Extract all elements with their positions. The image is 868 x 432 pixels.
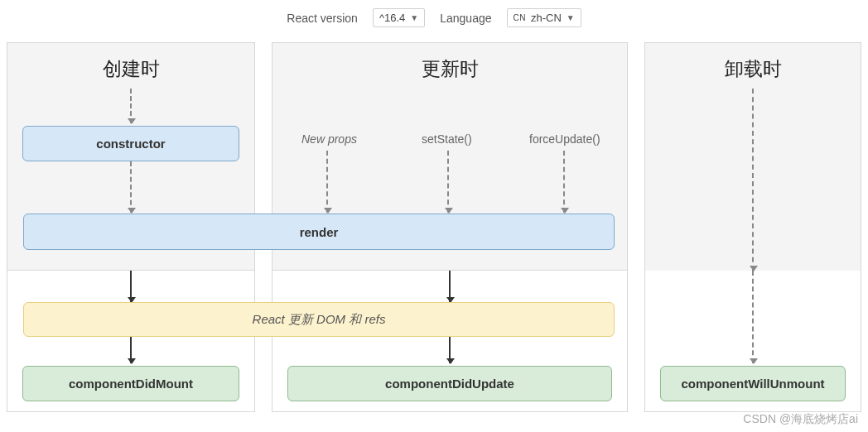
trigger-set-state: setState() (422, 132, 472, 146)
arrow-dashed-icon (563, 151, 565, 213)
unmount-title: 卸载时 (645, 43, 861, 82)
commit-phase-box: React 更新 DOM 和 refs (23, 302, 615, 337)
arrow-solid-icon (449, 271, 451, 302)
did-mount-label: componentDidMount (69, 377, 193, 391)
did-update-box[interactable]: componentDidUpdate (287, 366, 612, 401)
will-unmount-box[interactable]: componentWillUnmount (660, 366, 846, 401)
react-version-label: React version (287, 12, 358, 25)
mount-title: 创建时 (7, 43, 254, 82)
constructor-box[interactable]: constructor (22, 126, 239, 161)
trigger-new-props: New props (301, 132, 357, 146)
arrow-dashed-icon (752, 89, 754, 271)
react-version-value: ^16.4 (379, 12, 405, 24)
language-label: Language (440, 12, 491, 25)
mount-lower: componentDidMount (7, 271, 254, 411)
language-value: zh-CN (531, 12, 562, 24)
arrow-dashed-icon (326, 151, 328, 213)
react-version-select[interactable]: ^16.4 ▼ (373, 8, 425, 27)
render-box[interactable]: render (23, 214, 615, 250)
trigger-force-update: forceUpdate() (529, 132, 600, 146)
did-update-label: componentDidUpdate (385, 377, 514, 391)
did-mount-box[interactable]: componentDidMount (22, 366, 239, 401)
render-label: render (300, 225, 339, 239)
chevron-down-icon: ▼ (567, 13, 575, 22)
arrow-dashed-icon (130, 89, 132, 123)
will-unmount-label: componentWillUnmount (681, 377, 824, 391)
language-select[interactable]: CN zh-CN ▼ (507, 8, 581, 27)
chevron-down-icon: ▼ (410, 13, 418, 22)
controls-bar: React version ^16.4 ▼ Language CN zh-CN … (0, 0, 868, 42)
update-title: 更新时 (272, 43, 627, 82)
unmount-upper: 卸载时 (645, 43, 861, 271)
arrow-solid-icon (449, 337, 451, 363)
arrow-dashed-icon (447, 151, 449, 213)
constructor-label: constructor (96, 137, 165, 151)
unmount-lower: componentWillUnmount (645, 271, 861, 411)
watermark-text: CSDN @海底烧烤店ai (743, 412, 858, 427)
unmount-column: 卸载时 componentWillUnmount (644, 42, 861, 412)
arrow-solid-icon (130, 337, 132, 363)
update-lower: componentDidUpdate (272, 271, 627, 411)
arrow-solid-icon (130, 271, 132, 302)
arrow-dashed-icon (130, 161, 132, 213)
commit-phase-label: React 更新 DOM 和 refs (253, 312, 386, 328)
arrow-dashed-icon (752, 271, 754, 363)
language-prefix: CN (514, 13, 526, 22)
